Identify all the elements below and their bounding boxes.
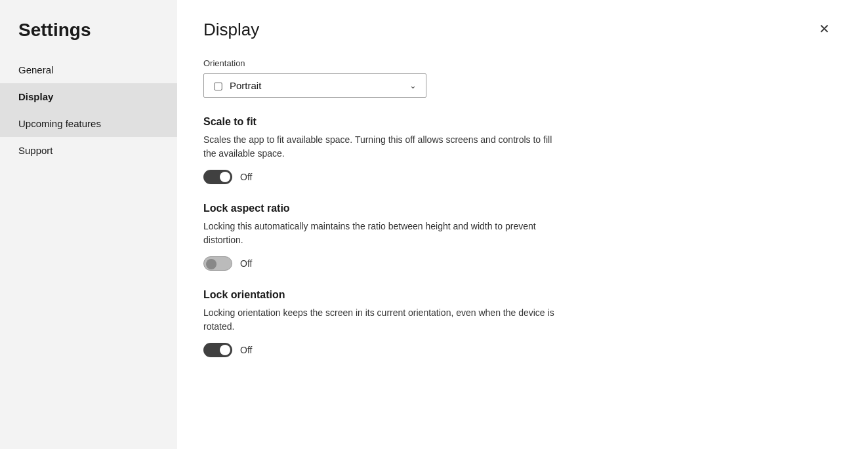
lock-orientation-desc: Locking orientation keeps the screen in …	[203, 306, 558, 334]
lock-aspect-ratio-toggle[interactable]	[203, 256, 232, 271]
lock-aspect-ratio-section: Lock aspect ratio Locking this automatic…	[203, 203, 835, 271]
sidebar-item-support-label: Support	[18, 145, 53, 156]
lock-aspect-ratio-toggle-label: Off	[240, 258, 252, 269]
scale-to-fit-title: Scale to fit	[203, 116, 835, 128]
lock-aspect-ratio-title: Lock aspect ratio	[203, 203, 835, 214]
lock-orientation-title: Lock orientation	[203, 289, 835, 301]
scale-to-fit-desc: Scales the app to fit available space. T…	[203, 133, 558, 161]
sidebar: Settings General Display Upcoming featur…	[0, 0, 177, 449]
settings-title: Settings	[0, 13, 177, 56]
main-content: Display ✕ Orientation ▢ Portrait ⌄ Scale…	[177, 0, 868, 449]
lock-orientation-toggle[interactable]	[203, 343, 232, 357]
orientation-label: Orientation	[203, 58, 835, 68]
portrait-icon: ▢	[213, 79, 223, 92]
sidebar-item-support[interactable]: Support	[0, 137, 177, 164]
lock-aspect-ratio-desc: Locking this automatically maintains the…	[203, 220, 558, 247]
close-button[interactable]: ✕	[814, 20, 835, 38]
scale-to-fit-toggle-label: Off	[240, 172, 252, 182]
orientation-dropdown[interactable]: ▢ Portrait ⌄	[203, 73, 426, 98]
main-header: Display ✕	[203, 20, 835, 40]
orientation-value: Portrait	[230, 80, 403, 91]
lock-orientation-section: Lock orientation Locking orientation kee…	[203, 289, 835, 357]
scale-to-fit-toggle-row: Off	[203, 170, 835, 184]
scale-to-fit-toggle[interactable]	[203, 170, 232, 184]
sidebar-item-display-label: Display	[18, 91, 53, 102]
sidebar-item-upcoming-features-label: Upcoming features	[18, 118, 101, 129]
sidebar-item-general[interactable]: General	[0, 56, 177, 83]
lock-aspect-ratio-toggle-row: Off	[203, 256, 835, 271]
orientation-section: Orientation ▢ Portrait ⌄	[203, 58, 835, 98]
sidebar-item-display[interactable]: Display	[0, 83, 177, 110]
sidebar-item-upcoming-features[interactable]: Upcoming features	[0, 110, 177, 137]
lock-orientation-toggle-label: Off	[240, 345, 252, 355]
sidebar-item-general-label: General	[18, 64, 53, 75]
lock-orientation-toggle-row: Off	[203, 343, 835, 357]
scale-to-fit-section: Scale to fit Scales the app to fit avail…	[203, 116, 835, 184]
chevron-down-icon: ⌄	[409, 81, 417, 90]
page-title: Display	[203, 20, 259, 40]
